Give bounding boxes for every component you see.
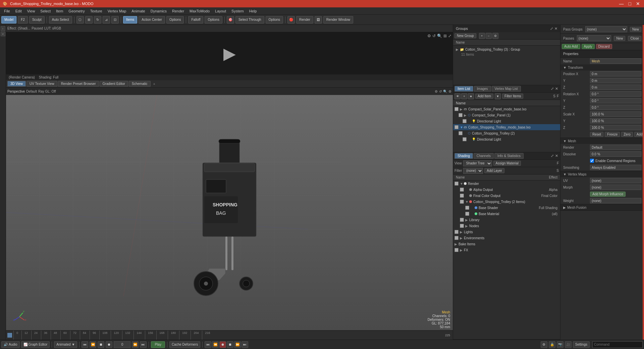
transport-first[interactable]: ⏮: [82, 341, 88, 348]
shading-row-environments[interactable]: ▶ Environments: [453, 235, 560, 241]
render-select[interactable]: Default: [590, 145, 641, 150]
shading-vis-2[interactable]: [460, 194, 464, 198]
position-z-input[interactable]: [590, 85, 641, 90]
toolbar-icon-6[interactable]: 🎯: [227, 16, 234, 23]
shading-expand-11[interactable]: ▶: [460, 248, 463, 252]
mesh-header[interactable]: ▼ Mesh: [560, 138, 644, 144]
shading-row-render[interactable]: ▼ Render: [453, 181, 560, 187]
item-f-btn[interactable]: F: [557, 94, 559, 98]
render-play-btn[interactable]: ▶: [223, 44, 236, 63]
shading-vis-5[interactable]: [465, 212, 469, 216]
pass-groups-new-btn[interactable]: New: [630, 27, 641, 32]
shading-vis-6[interactable]: [460, 218, 464, 222]
shading-row-library[interactable]: ▶ Library: [453, 217, 560, 223]
shading-vis-4[interactable]: [465, 206, 469, 210]
reset-btn[interactable]: Reset: [590, 132, 603, 137]
passes-new-btn[interactable]: New: [614, 36, 625, 41]
discard-btn[interactable]: Discard: [596, 44, 612, 49]
left-sidebar-btn-2[interactable]: V: [1, 32, 5, 36]
menu-maxtomodo[interactable]: MaxToModo: [187, 8, 212, 14]
shader-tree-select[interactable]: Shader Tree: [463, 160, 492, 166]
settings-btn[interactable]: Settings: [573, 341, 590, 348]
transport-record[interactable]: ⏺: [106, 341, 112, 348]
render-icon-5[interactable]: ⤢: [448, 34, 451, 38]
scale-y-input[interactable]: [590, 118, 641, 123]
3d-viewport[interactable]: Perspective Default Ray GL: Off ⚙ ↺ 🔍 ⚙: [6, 88, 453, 330]
item-panel-expand[interactable]: ⤢: [551, 87, 554, 91]
groups-icon-3[interactable]: ⚙: [492, 33, 498, 39]
shading-vis-8[interactable]: [454, 230, 459, 234]
item-row-4[interactable]: ▶ ⬡ Cotton_Shopping_Trolley (2): [453, 130, 560, 136]
dissolve-input[interactable]: [590, 151, 641, 157]
render-window-btn[interactable]: Render Window: [323, 16, 353, 23]
tab-channels[interactable]: Channels: [474, 153, 494, 159]
bottom-icon-2[interactable]: 🔒: [549, 341, 555, 348]
graph-editor-btn[interactable]: 📈 Graph Editor: [21, 341, 50, 348]
vp-icon-3[interactable]: 🔍: [443, 90, 447, 93]
smoothing-select[interactable]: Always Enabled: [590, 165, 641, 170]
item-vis-0[interactable]: [454, 107, 459, 111]
zero-btn[interactable]: Zero: [621, 132, 633, 137]
item-expand-3[interactable]: ▼: [460, 126, 463, 129]
tab-vertex-map[interactable]: Vertex Map List: [492, 86, 521, 92]
item-row-3[interactable]: ▼ 🗃 Cotton_Shopping_Trolley_modo_base.lx…: [453, 124, 560, 130]
toolbar-icon-4[interactable]: ⊿: [103, 16, 110, 23]
toolbar-icon-1[interactable]: ⬡: [76, 16, 84, 23]
morph-select[interactable]: (none): [590, 185, 641, 190]
uv-select[interactable]: (none): [590, 178, 641, 183]
tab-item-list[interactable]: Item List: [454, 86, 473, 92]
s-shortcut[interactable]: S: [556, 169, 559, 172]
pb-btn-3[interactable]: ⏺: [219, 341, 226, 348]
shading-row-lights[interactable]: ▶ Lights: [453, 229, 560, 235]
shading-vis-11[interactable]: [454, 248, 459, 252]
group-root[interactable]: ▶ 📁 Cotton_Shopping_Trolley (3) : Group: [454, 47, 559, 52]
tab-gradient-editor[interactable]: Gradient Editor: [100, 81, 128, 87]
menu-item[interactable]: Item: [53, 8, 66, 14]
transport-last[interactable]: ⏭: [140, 341, 147, 348]
shading-expand-3[interactable]: ▼: [465, 200, 469, 204]
transform-header[interactable]: ▼ Transform: [560, 64, 644, 70]
f2-btn[interactable]: F2: [18, 16, 28, 23]
add-layer-btn[interactable]: Add Layer: [484, 168, 504, 173]
menu-edit[interactable]: Edit: [13, 8, 24, 14]
scale-x-input[interactable]: [590, 111, 641, 117]
item-star-icon[interactable]: ★: [468, 93, 474, 99]
transport-prev[interactable]: ⏪: [90, 341, 96, 348]
menu-texture[interactable]: Texture: [88, 8, 105, 14]
menu-file[interactable]: File: [1, 8, 13, 14]
shading-vis-0[interactable]: [454, 182, 459, 186]
close-btn[interactable]: ✕: [635, 1, 641, 6]
animated-btn[interactable]: Animated ▼: [54, 341, 77, 348]
toolbar-icon-2[interactable]: ⊞: [85, 16, 93, 23]
menu-geometry[interactable]: Geometry: [66, 8, 87, 14]
shading-expand-icon[interactable]: ⤢: [551, 154, 554, 158]
options3-btn[interactable]: Options: [266, 16, 283, 23]
item-add-icon[interactable]: +: [461, 93, 467, 99]
menu-render[interactable]: Render: [169, 8, 187, 14]
tab-render-preset[interactable]: Render Preset Browser: [58, 81, 99, 87]
shading-expand-6[interactable]: ▶: [465, 218, 469, 222]
rotation-x-input[interactable]: [590, 91, 641, 97]
passes-select[interactable]: (none): [577, 35, 611, 41]
tab-add-btn[interactable]: +: [151, 81, 157, 87]
falloff-btn[interactable]: Falloff: [188, 16, 203, 23]
render-icon-4[interactable]: ⊞: [443, 34, 447, 38]
audio-btn[interactable]: 🔊 Audio: [1, 341, 20, 348]
shading-row-base-shader[interactable]: ▶ Base Shader Full Shading: [453, 205, 560, 211]
minimize-btn[interactable]: —: [618, 1, 625, 6]
frame-input[interactable]: [114, 341, 130, 348]
bottom-icon-1[interactable]: ⚙: [541, 341, 547, 348]
passes-close-btn[interactable]: Close: [628, 36, 641, 41]
shading-vis-3[interactable]: [460, 200, 464, 204]
position-x-input[interactable]: [590, 71, 641, 77]
item-eye-icon[interactable]: 👁: [454, 93, 461, 99]
shading-vis-9[interactable]: [454, 236, 459, 240]
toolbar-icon-8[interactable]: 🖼: [315, 16, 322, 23]
shading-expand-9[interactable]: ▶: [460, 236, 463, 240]
bottom-icon-3[interactable]: 📷: [557, 341, 564, 348]
item-vis-2[interactable]: [463, 119, 467, 123]
rotation-z-input[interactable]: [590, 105, 641, 110]
scale-z-input[interactable]: [590, 125, 641, 130]
shading-close-icon[interactable]: ✕: [555, 154, 558, 158]
menu-select[interactable]: Select: [38, 8, 53, 14]
